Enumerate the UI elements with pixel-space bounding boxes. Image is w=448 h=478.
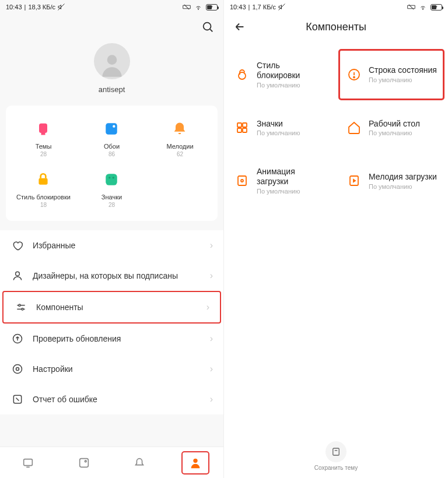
svg-point-36: [354, 76, 355, 78]
nav-wallpaper[interactable]: [70, 451, 98, 475]
mute-icon: [278, 3, 285, 10]
svg-point-32: [423, 9, 424, 10]
mute-icon: [58, 3, 65, 10]
save-label: Сохранить тему: [314, 465, 358, 471]
svg-point-28: [193, 458, 197, 462]
svg-rect-37: [237, 123, 242, 127]
svg-rect-8: [41, 133, 46, 135]
svg-point-14: [113, 177, 114, 178]
svg-point-17: [19, 304, 20, 306]
themes-icon: [33, 118, 54, 139]
username[interactable]: antisept: [0, 85, 223, 94]
svg-rect-11: [39, 178, 48, 185]
stats-card: Темы 28 Обои 86 Мелодии 62 Стиль блокиро…: [6, 106, 218, 221]
menu-bugreport[interactable]: Отчет об ошибке ›: [0, 384, 223, 414]
nav-ringtone[interactable]: [125, 451, 153, 475]
battery-icon: 47: [430, 4, 442, 10]
menu-settings[interactable]: Настройки ›: [0, 354, 223, 384]
comp-bootsound[interactable]: Мелодия загрузки По умолчанию: [336, 152, 448, 210]
wifi-icon: [419, 3, 427, 10]
svg-point-21: [13, 365, 22, 374]
save-button[interactable]: [326, 441, 346, 462]
nav-profile[interactable]: [181, 451, 209, 475]
svg-rect-41: [238, 176, 246, 185]
wifi-icon: [194, 3, 202, 10]
chevron-right-icon: ›: [210, 270, 213, 281]
chevron-right-icon: ›: [210, 364, 213, 374]
sliders-icon: [14, 301, 28, 313]
svg-point-22: [16, 368, 19, 371]
svg-rect-24: [24, 459, 33, 465]
svg-point-42: [241, 180, 243, 182]
grid-themes[interactable]: Темы 28: [9, 115, 78, 166]
chevron-right-icon: ›: [210, 240, 213, 251]
heart-icon: [10, 240, 24, 251]
components-grid: Стиль блокировки По умолчанию Строка сос…: [224, 40, 448, 216]
svg-point-15: [16, 272, 20, 276]
header-left: [0, 14, 223, 40]
status-bar-left: 10:43 | 18,3 КБ/с 47: [0, 0, 223, 14]
svg-rect-26: [79, 458, 88, 467]
lockstyle-icon: [235, 67, 250, 82]
header-right: Компоненты: [224, 14, 448, 40]
svg-rect-9: [106, 123, 118, 135]
comp-icons[interactable]: Значки По умолчанию: [224, 104, 336, 152]
grid-lockstyle[interactable]: Стиль блокировки 18: [9, 166, 78, 216]
home-icon: [346, 120, 362, 135]
menu-list: Избранные › Дизайнеры, на которых вы под…: [0, 230, 223, 414]
ringtones-icon: [169, 118, 190, 139]
iconsgrid-icon: [235, 120, 250, 135]
grid-icons[interactable]: Значки 28: [78, 166, 146, 216]
back-button[interactable]: [233, 20, 246, 33]
chevron-right-icon: ›: [210, 394, 213, 405]
svg-point-4: [204, 23, 211, 30]
phone-right: 10:43 | 1,7 КБ/с 47 Компоненты Стиль бло…: [224, 0, 448, 478]
avatar[interactable]: [94, 43, 130, 79]
update-icon: [10, 333, 24, 345]
statusbar-icon: [346, 67, 362, 82]
svg-point-27: [85, 460, 86, 462]
page-title: Компоненты: [233, 21, 439, 33]
svg-point-13: [109, 177, 111, 178]
menu-components[interactable]: Компоненты ›: [2, 291, 221, 324]
menu-updates[interactable]: Проверить обновления ›: [0, 324, 223, 354]
svg-point-6: [107, 55, 117, 65]
bootanim-icon: [235, 173, 250, 188]
comp-statusbar[interactable]: Строка состояния По умолчанию: [336, 45, 448, 104]
icons-icon: [101, 169, 122, 190]
comp-lockstyle[interactable]: Стиль блокировки По умолчанию: [224, 45, 336, 104]
search-icon[interactable]: [201, 20, 214, 33]
person-icon: [10, 270, 24, 282]
wallpapers-icon: [101, 118, 122, 139]
bootsound-icon: [346, 173, 362, 188]
svg-rect-7: [39, 124, 47, 133]
gear-icon: [10, 363, 24, 375]
status-speed: 18,3 КБ/с: [28, 3, 55, 10]
status-speed: 1,7 КБ/с: [252, 3, 276, 10]
svg-point-19: [22, 308, 23, 310]
cell-icon: [183, 4, 191, 10]
svg-rect-38: [243, 123, 247, 127]
chevron-right-icon: ›: [210, 333, 213, 344]
lock-icon: [33, 169, 54, 190]
comp-desktop[interactable]: Рабочий стол По умолчанию: [336, 104, 448, 152]
grid-wallpapers[interactable]: Обои 86: [78, 115, 146, 166]
svg-rect-40: [243, 128, 247, 132]
menu-favorites[interactable]: Избранные ›: [0, 230, 223, 261]
save-footer: Сохранить тему: [224, 441, 448, 471]
svg-rect-12: [106, 174, 118, 185]
menu-designers[interactable]: Дизайнеры, на которых вы подписаны ›: [0, 261, 223, 291]
status-time: 10:43: [6, 3, 22, 10]
cell-icon: [407, 4, 415, 10]
svg-rect-39: [237, 128, 242, 132]
battery-icon: 47: [206, 4, 218, 10]
svg-point-3: [198, 9, 199, 10]
nav-home[interactable]: [14, 451, 42, 475]
report-icon: [10, 393, 24, 405]
grid-ringtones[interactable]: Мелодии 62: [146, 115, 214, 166]
svg-rect-44: [333, 448, 340, 455]
chevron-right-icon: ›: [206, 302, 209, 312]
comp-bootanim[interactable]: Анимация загрузки По умолчанию: [224, 152, 336, 210]
phone-left: 10:43 | 18,3 КБ/с 47 antisept Темы 28: [0, 0, 224, 478]
svg-point-10: [113, 125, 116, 128]
